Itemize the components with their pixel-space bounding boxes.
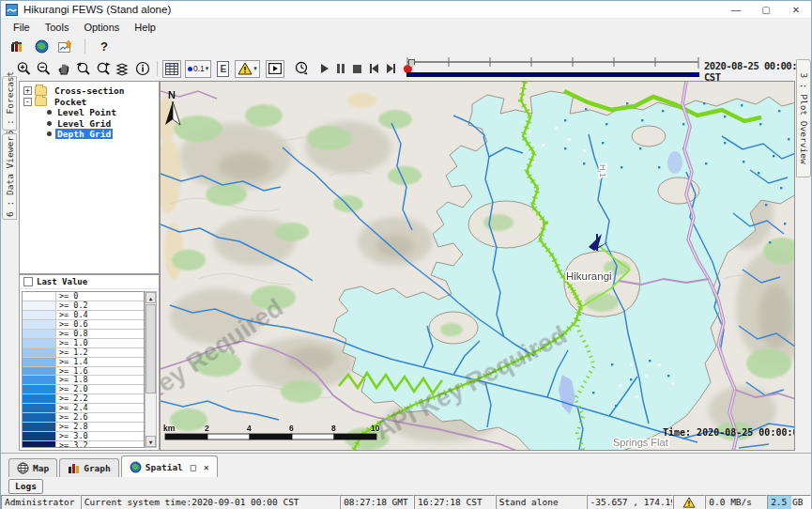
menu-file[interactable]: File — [7, 21, 37, 34]
maximize-button[interactable]: ▢ — [751, 1, 781, 18]
legend-color-swatch — [23, 311, 56, 319]
menu-help[interactable]: Help — [128, 21, 162, 34]
deep-water-patch — [667, 151, 682, 174]
chevron-down-icon: ▾ — [206, 65, 209, 72]
view-tab-bar: Map Graph Spatial □ ✕ — [1, 453, 811, 477]
play-box-icon — [268, 63, 282, 74]
minimize-button[interactable]: — — [721, 1, 751, 18]
legend-color-swatch — [23, 404, 56, 412]
menu-bar: File Tools Options Help — [1, 19, 811, 36]
zoom-out-button[interactable] — [34, 59, 54, 78]
legend-row[interactable]: >= 1.4 — [23, 358, 144, 367]
last-value-checkbox[interactable] — [23, 277, 33, 286]
legend-row-label: >= 1.8 — [56, 376, 144, 384]
layers-icon — [115, 62, 130, 76]
menu-options[interactable]: Options — [77, 21, 126, 34]
set-time-button[interactable] — [292, 59, 312, 78]
map-display-button[interactable] — [31, 37, 52, 55]
close-button[interactable]: ✕ — [781, 1, 811, 18]
zoom-next-button[interactable] — [93, 59, 113, 78]
svg-text:6: 6 — [289, 424, 294, 433]
grid-display-button[interactable] — [162, 60, 181, 78]
expand-icon[interactable]: + — [23, 86, 32, 95]
sidebar-tab-plot-overview-label: 3 : Plot Overview — [799, 72, 809, 163]
logs-button[interactable]: Logs — [8, 479, 43, 494]
stop-button[interactable] — [353, 65, 361, 73]
layers-button[interactable] — [113, 59, 132, 78]
zoom-in-button[interactable] — [14, 59, 34, 78]
collapse-icon[interactable]: - — [23, 98, 32, 106]
current-time-label: 2020-08-25 00:00:00 CST — [704, 60, 811, 83]
status-warning-cell[interactable] — [673, 495, 705, 509]
time-slider[interactable] — [406, 57, 699, 80]
tab-spatial-label: Spatial — [146, 462, 183, 472]
warning-triangle-icon — [237, 62, 253, 75]
town-label: Hikurangi — [566, 270, 612, 282]
info-button[interactable] — [132, 59, 152, 78]
bar-chart-icon — [10, 39, 24, 53]
legend-row-label: >= 2.8 — [56, 423, 144, 431]
wire-globe-icon — [17, 462, 29, 474]
legend-row[interactable]: >= 3.2 — [23, 441, 144, 448]
layers-tree-panel: + Cross-section - Pocket Level Point Lev… — [19, 81, 160, 274]
sidebar-tab-data-viewer[interactable]: 6 : Data Viewer — [2, 133, 17, 220]
chart-up-arrow-icon — [58, 39, 73, 54]
menu-tools[interactable]: Tools — [38, 21, 76, 34]
zoom-previous-button[interactable] — [73, 59, 93, 78]
app-logo-icon — [6, 4, 18, 16]
database-display-button[interactable] — [7, 37, 27, 55]
animation-button[interactable] — [266, 60, 284, 78]
tree-item-label: Level Point — [55, 107, 118, 117]
classification-dropdown[interactable]: 0.1 ▾ — [185, 60, 211, 78]
timeseries-display-button[interactable] — [55, 37, 76, 55]
step-forward-button[interactable] — [387, 64, 395, 73]
zoom-in-icon — [16, 61, 32, 77]
scrollbar-thumb[interactable] — [146, 304, 156, 393]
tree-item-level-grid[interactable]: Level Grid — [20, 118, 159, 130]
tab-graph[interactable]: Graph — [59, 458, 119, 477]
legend-scrollbar[interactable]: ▲ ▼ — [145, 291, 157, 448]
legend-color-swatch — [23, 394, 56, 403]
play-button[interactable] — [321, 64, 329, 73]
tab-map[interactable]: Map — [8, 458, 57, 477]
tab-restore-icon[interactable]: □ — [191, 462, 196, 472]
tab-spatial[interactable]: Spatial □ ✕ — [121, 455, 218, 477]
spatial-map-view[interactable]: API Key Required API Key Required Hikura… — [160, 81, 795, 451]
legend-row-label: >= 3.0 — [56, 432, 144, 440]
legend-color-swatch — [23, 330, 56, 338]
playback-controls — [321, 64, 412, 73]
pause-button[interactable] — [337, 64, 345, 73]
svg-text:8: 8 — [331, 424, 336, 433]
tab-graph-label: Graph — [84, 463, 111, 473]
help-button[interactable]: ? — [94, 37, 115, 55]
svg-text:2: 2 — [205, 424, 209, 433]
legend-color-swatch — [23, 301, 56, 310]
svg-text:4: 4 — [247, 424, 252, 433]
sidebar-tab-plot-overview[interactable]: 3 : Plot Overview — [796, 59, 811, 177]
toolbar-separator — [84, 39, 85, 54]
tab-map-label: Map — [33, 463, 49, 473]
thresholds-warning-dropdown[interactable]: ▾ — [235, 60, 260, 78]
pan-button[interactable] — [54, 59, 73, 78]
tree-item-label: Cross-section — [53, 85, 126, 96]
legend-row-label: >= 0.8 — [56, 330, 144, 338]
legend-color-swatch — [23, 320, 56, 329]
legend-color-swatch — [23, 423, 56, 431]
step-back-button[interactable] — [370, 64, 378, 73]
window-title: Hikurangi FEWS (Stand alone) — [23, 4, 171, 15]
scroll-up-icon[interactable]: ▲ — [146, 292, 156, 303]
legend-class-list: >= 0 >= 0.2 >= 0.4 >= 0.6 >= 0.8 >= 1.0 … — [22, 291, 145, 448]
scroll-down-icon[interactable]: ▼ — [146, 436, 156, 447]
legend-color-swatch — [23, 376, 56, 384]
tree-item-pocket[interactable]: - Pocket — [20, 97, 159, 108]
tree-item-depth-grid[interactable]: Depth Grid — [20, 129, 159, 140]
logs-row: Logs — [1, 477, 811, 495]
tab-close-icon[interactable]: ✕ — [204, 462, 209, 472]
sidebar-tab-forecast[interactable]: 5 : Forecast — [2, 76, 17, 131]
application-window: Hikurangi FEWS (Stand alone) — ▢ ✕ File … — [0, 0, 812, 509]
tree-item-level-point[interactable]: Level Point — [20, 107, 159, 118]
status-memory[interactable]: 2.5 GB — [767, 495, 811, 509]
labels-button[interactable]: E — [217, 61, 229, 77]
info-icon — [135, 61, 150, 76]
time-slider-ruler — [406, 57, 699, 71]
